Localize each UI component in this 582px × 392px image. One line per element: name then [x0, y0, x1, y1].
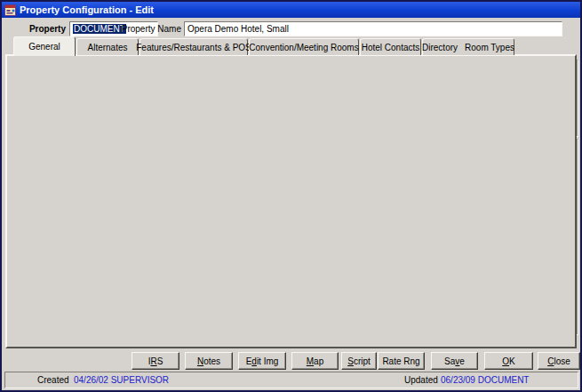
- property-configuration-window: Property Configuration - Edit × Property…: [0, 0, 582, 392]
- app-icon: [4, 4, 16, 16]
- tab-general[interactable]: General: [13, 36, 76, 56]
- tab-directory-room-types[interactable]: Directory Room Types: [422, 38, 514, 55]
- map-button[interactable]: Map: [291, 352, 339, 370]
- edit-img-button[interactable]: Edit Img: [238, 352, 286, 370]
- updated-label: Updated: [404, 374, 438, 386]
- ok-button[interactable]: OK: [484, 352, 533, 370]
- tab-directory[interactable]: Directory: [422, 43, 458, 52]
- tab-features-restaurants-pos[interactable]: Features/Restaurants & POS: [140, 38, 248, 55]
- property-name-input[interactable]: Opera Demo Hotel, Small: [184, 21, 562, 36]
- irs-button[interactable]: IRS: [132, 352, 179, 370]
- close-button[interactable]: Close: [538, 352, 580, 370]
- created-label: Created: [37, 374, 69, 386]
- property-label: Property: [29, 23, 66, 35]
- title-bar: Property Configuration - Edit: [2, 2, 580, 18]
- tab-hotel-contacts[interactable]: Hotel Contacts: [360, 38, 421, 55]
- rate-rng-button[interactable]: Rate Rng: [378, 352, 425, 370]
- created-value: 04/26/02 SUPERVISOR: [74, 374, 169, 386]
- window-title: Property Configuration - Edit: [20, 4, 154, 15]
- script-button[interactable]: Script: [341, 352, 377, 370]
- tab-alternates[interactable]: Alternates: [76, 38, 139, 55]
- property-value-selected: DOCUMENT: [73, 24, 126, 34]
- notes-button[interactable]: Notes: [185, 352, 233, 370]
- tab-convention-meeting-rooms[interactable]: Convention/Meeting Rooms: [249, 38, 359, 55]
- updated-value: 06/23/09 DOCUMENT: [441, 374, 529, 386]
- general-tab-panel: [5, 54, 577, 348]
- property-name-label: Property Name: [122, 23, 181, 35]
- save-button[interactable]: Save: [431, 352, 478, 370]
- tab-room-types[interactable]: Room Types: [465, 43, 514, 52]
